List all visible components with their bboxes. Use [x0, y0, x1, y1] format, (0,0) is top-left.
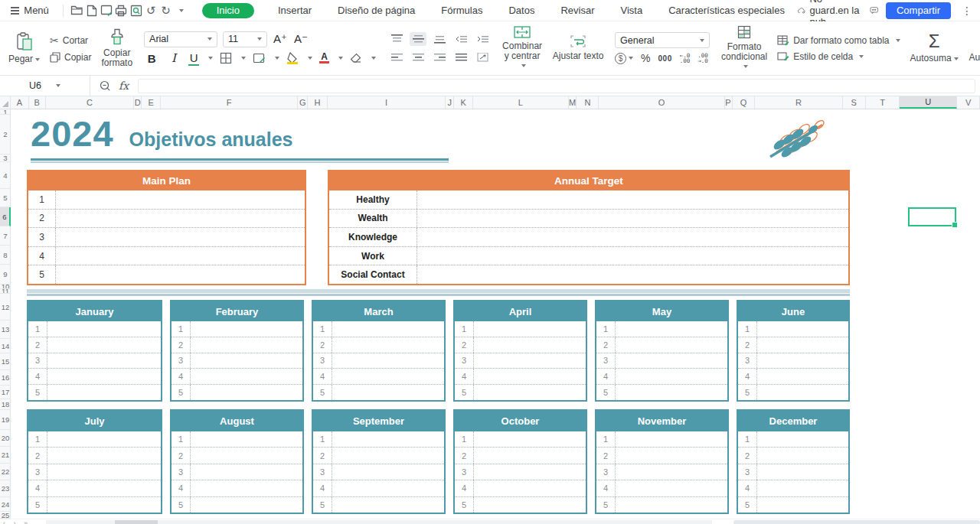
month-row-value[interactable] — [757, 337, 848, 353]
increase-indent-icon[interactable] — [474, 32, 491, 46]
column-header-m[interactable]: M — [569, 96, 577, 109]
month-row-value[interactable] — [332, 497, 444, 513]
format-as-table-button[interactable]: Dar formato como tabla — [777, 35, 900, 46]
tab-formulas[interactable]: Fórmulas — [428, 5, 495, 16]
hamburger-menu-icon[interactable] — [11, 7, 19, 15]
month-row[interactable]: 4 — [28, 369, 161, 385]
month-row-value[interactable] — [616, 431, 727, 447]
month-row[interactable]: 4 — [172, 480, 302, 496]
row-header-22[interactable]: 22 — [0, 464, 11, 480]
align-center-icon[interactable] — [410, 50, 426, 64]
thousands-separator-button[interactable]: 000 — [658, 54, 672, 63]
autofilter-button[interactable]: Autofiltro — [964, 34, 980, 63]
annual-target-value[interactable] — [417, 190, 848, 209]
font-size-select[interactable]: 11 — [223, 31, 267, 47]
month-row-value[interactable] — [47, 369, 161, 384]
row-header-23[interactable]: 23 — [0, 480, 11, 497]
row-header-19[interactable]: 19 — [0, 410, 11, 430]
month-row[interactable]: 2 — [172, 448, 302, 464]
month-row[interactable]: 2 — [172, 337, 302, 353]
row-header-14[interactable]: 14 — [0, 339, 11, 353]
month-row-value[interactable] — [332, 321, 444, 337]
row-header-5[interactable]: 5 — [0, 189, 11, 207]
month-row-value[interactable] — [757, 353, 848, 369]
annual-target-value[interactable] — [417, 247, 848, 265]
number-format-select[interactable]: General — [615, 32, 710, 48]
month-row[interactable]: 1 — [313, 431, 444, 448]
month-row[interactable]: 5 — [172, 497, 302, 513]
formula-input[interactable] — [138, 79, 975, 93]
month-row-value[interactable] — [757, 448, 848, 463]
month-row-value[interactable] — [616, 448, 727, 463]
month-row-value[interactable] — [47, 321, 161, 337]
tab-datos[interactable]: Datos — [495, 5, 547, 16]
select-all-corner[interactable] — [0, 96, 11, 109]
month-row-value[interactable] — [616, 353, 727, 369]
month-row[interactable]: 5 — [738, 385, 848, 400]
month-row-value[interactable] — [474, 353, 586, 369]
main-plan-row-value[interactable] — [56, 228, 305, 246]
borders-button[interactable] — [220, 52, 232, 64]
annual-target-row[interactable]: Work — [329, 247, 848, 266]
month-row-value[interactable] — [191, 480, 302, 496]
month-row[interactable]: 3 — [455, 464, 586, 480]
month-row[interactable]: 1 — [455, 431, 586, 448]
month-row[interactable]: 4 — [738, 480, 848, 496]
month-row-value[interactable] — [757, 497, 848, 513]
month-row-value[interactable] — [474, 321, 586, 337]
column-header-l[interactable]: L — [473, 96, 568, 109]
month-row[interactable]: 2 — [738, 337, 848, 353]
column-header-a[interactable]: A — [11, 96, 29, 109]
row-header-13[interactable]: 13 — [0, 321, 11, 339]
month-row[interactable]: 1 — [455, 321, 586, 337]
column-header-b[interactable]: B — [29, 96, 46, 109]
sheet-grid[interactable]: 1234567891011121314151617181920212223242… — [0, 109, 980, 519]
month-row[interactable]: 1 — [28, 321, 161, 337]
justify-icon[interactable] — [452, 50, 469, 64]
font-color-caret[interactable] — [338, 57, 343, 60]
row-header-18[interactable]: 18 — [0, 399, 11, 410]
month-row[interactable]: 5 — [596, 385, 727, 400]
month-row-value[interactable] — [474, 369, 586, 384]
cut-button[interactable]: ✂ Cortar — [50, 34, 91, 47]
month-row-value[interactable] — [332, 353, 444, 369]
month-row-value[interactable] — [191, 464, 302, 480]
month-row-value[interactable] — [474, 464, 586, 480]
zoom-formula-icon[interactable] — [100, 80, 111, 92]
month-row-value[interactable] — [616, 480, 727, 496]
fx-icon[interactable]: fx — [119, 80, 129, 92]
column-header-s[interactable]: S — [843, 96, 866, 109]
month-row-value[interactable] — [47, 448, 161, 463]
month-row-value[interactable] — [616, 321, 727, 337]
month-row[interactable]: 5 — [738, 497, 848, 513]
month-row[interactable]: 4 — [738, 369, 848, 385]
main-plan-row-value[interactable] — [56, 190, 305, 209]
month-row-value[interactable] — [332, 431, 444, 447]
align-right-icon[interactable] — [431, 50, 448, 64]
column-header-i[interactable]: I — [328, 96, 446, 109]
row-header-25[interactable]: 25 — [0, 512, 11, 519]
row-header-20[interactable]: 20 — [0, 430, 11, 447]
month-row-value[interactable] — [474, 448, 586, 463]
horizontal-scrollbar[interactable] — [733, 520, 980, 524]
row-header-21[interactable]: 21 — [0, 447, 11, 464]
month-row-value[interactable] — [47, 337, 161, 353]
copy-button[interactable]: Copiar — [50, 52, 91, 63]
month-row-value[interactable] — [474, 337, 586, 353]
more-options-icon[interactable]: ⋮ — [959, 5, 975, 17]
borders-caret[interactable] — [241, 57, 246, 60]
tab-diseno-de-pagina[interactable]: Diseño de página — [325, 5, 428, 16]
text-orientation-icon[interactable] — [474, 50, 491, 64]
month-row-value[interactable] — [757, 385, 848, 400]
column-header-o[interactable]: O — [599, 96, 724, 109]
main-plan-row[interactable]: 4 — [28, 247, 305, 266]
print-icon[interactable] — [114, 2, 129, 19]
month-row[interactable]: 2 — [455, 448, 586, 464]
new-file-icon[interactable] — [84, 2, 99, 19]
month-row-value[interactable] — [332, 464, 444, 480]
row-header-3[interactable]: 3 — [0, 155, 11, 162]
month-row[interactable]: 4 — [455, 480, 586, 496]
cell-shading-caret[interactable] — [275, 57, 279, 60]
row-header-8[interactable]: 8 — [0, 246, 11, 265]
month-row[interactable]: 3 — [596, 353, 727, 369]
